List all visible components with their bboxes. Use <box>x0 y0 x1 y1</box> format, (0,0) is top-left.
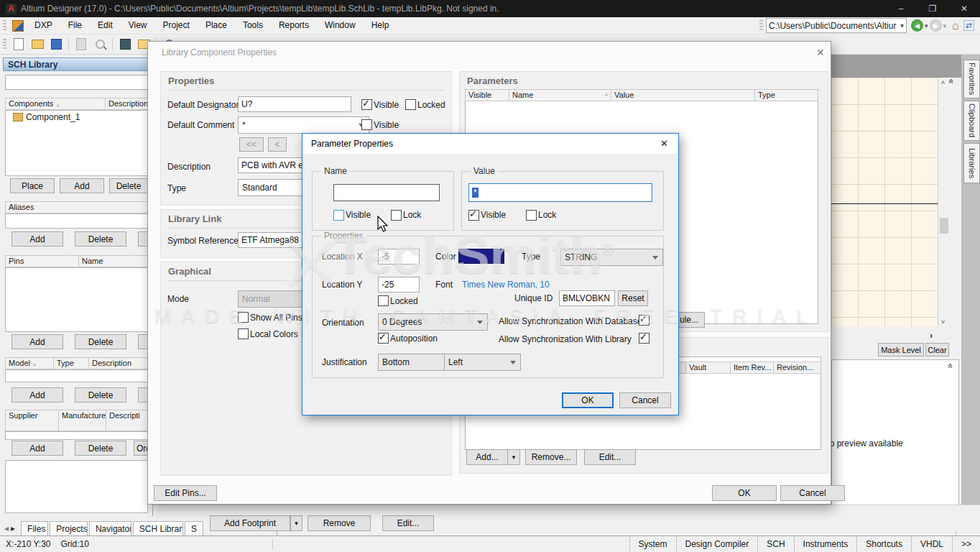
description-column-header[interactable]: Description <box>105 98 148 110</box>
minimize-button[interactable]: – <box>885 0 917 17</box>
orientation-select[interactable]: 0 Degrees <box>378 313 488 331</box>
dialog-cancel-button[interactable]: Cancel <box>780 485 845 501</box>
autoposition-checkbox[interactable] <box>378 333 389 344</box>
supplier-desc-column-header[interactable]: Descripti <box>106 410 148 431</box>
menu-edit[interactable]: Edit <box>90 17 121 34</box>
edit-pins-button[interactable]: Edit Pins... <box>154 485 217 501</box>
add-model-dialog-button[interactable]: Add... <box>466 449 508 465</box>
edit-footprint-button[interactable]: Edit... <box>382 515 434 531</box>
panel-header[interactable]: SCH Library <box>3 58 150 71</box>
dialog-close-icon[interactable]: ✕ <box>816 47 825 58</box>
add-footprint-button[interactable]: Add Footprint <box>210 515 290 531</box>
status-system[interactable]: System <box>629 536 676 552</box>
item-rev-column[interactable]: Item Rev... <box>730 362 774 374</box>
remove-footprint-button[interactable]: Remove <box>308 515 371 531</box>
delete-supplier-button[interactable]: Delete <box>75 441 126 456</box>
designator-visible-checkbox[interactable] <box>361 99 372 110</box>
forward-icon[interactable]: ▶ <box>930 19 942 32</box>
delete-component-button[interactable]: Delete <box>109 178 148 193</box>
local-colors-checkbox[interactable] <box>238 328 249 339</box>
comment-visible-checkbox[interactable] <box>361 119 372 130</box>
component-row[interactable]: Component_1 <box>6 111 147 123</box>
location-x-input[interactable] <box>378 249 420 264</box>
menu-window[interactable]: Window <box>317 17 364 34</box>
revision-column[interactable]: Revision... <box>773 362 821 374</box>
param-cancel-button[interactable]: Cancel <box>619 392 671 408</box>
scroll-right-icon[interactable]: › <box>930 331 933 341</box>
model-column-header[interactable]: Model▵ <box>5 357 54 369</box>
schematic-canvas[interactable] <box>831 78 938 327</box>
tab-projects[interactable]: Projects <box>50 521 88 535</box>
scroll-up-icon[interactable]: ˄ <box>941 79 945 86</box>
name-lock-checkbox[interactable] <box>391 210 402 221</box>
add-alias-button[interactable]: Add <box>11 231 63 247</box>
remove-model-dialog-button[interactable]: Remove... <box>525 449 577 465</box>
menu-view[interactable]: View <box>121 17 155 34</box>
model-desc-column-header[interactable]: Description <box>88 357 148 369</box>
default-designator-input[interactable] <box>238 96 351 112</box>
delete-model-button[interactable]: Delete <box>75 387 126 402</box>
delete-alias-button[interactable]: Delete <box>75 231 126 247</box>
add-pin-button[interactable]: Add <box>11 334 63 349</box>
maximize-button[interactable]: ❐ <box>917 0 948 17</box>
manufacturer-column-header[interactable]: Manufacture <box>58 410 106 431</box>
close-button[interactable]: ✕ <box>948 0 980 17</box>
add-supplier-button[interactable]: Add <box>11 441 63 456</box>
status-vhdl[interactable]: VHDL <box>911 536 952 552</box>
value-visible-checkbox[interactable] <box>468 210 479 221</box>
menu-dxp[interactable]: DXP <box>27 17 60 34</box>
menu-reports[interactable]: Reports <box>271 17 317 34</box>
clear-button[interactable]: Clear <box>925 343 949 356</box>
menu-tools[interactable]: Tools <box>235 17 271 34</box>
edit-pin-button[interactable] <box>138 334 148 349</box>
add-model-button[interactable]: Add <box>11 387 63 402</box>
scroll-down-icon[interactable]: ˅ <box>941 318 945 326</box>
designator-locked-checkbox[interactable] <box>405 99 416 110</box>
edit-model-dialog-button[interactable]: Edit... <box>584 449 636 465</box>
show-all-pins-checkbox[interactable] <box>238 312 249 323</box>
pin-name-column-header[interactable]: Name <box>78 255 148 267</box>
edit-model-button[interactable] <box>138 387 148 402</box>
dialog-ok-button[interactable]: OK <box>712 485 777 501</box>
tab-sch-partial[interactable]: S <box>185 521 203 535</box>
tabs-scroll-left-icon[interactable]: ◂ <box>4 523 9 533</box>
tab-favorites[interactable]: Favorites <box>963 60 980 98</box>
address-caret-icon[interactable]: ▾ <box>900 22 904 29</box>
new-document-icon[interactable] <box>11 37 27 52</box>
place-button[interactable]: Place <box>10 178 55 193</box>
status-shortcuts[interactable]: Shortcuts <box>856 536 911 552</box>
menu-place[interactable]: Place <box>198 17 235 34</box>
model-type-column-header[interactable]: Type <box>53 357 89 369</box>
scroll-thumb[interactable] <box>940 218 948 234</box>
address-combobox[interactable]: C:\Users\Public\Documents\Altiur ▾ <box>766 18 907 33</box>
unique-id-input[interactable] <box>559 290 615 306</box>
param-dialog-close-icon[interactable]: ✕ <box>660 138 668 149</box>
forward-caret-icon[interactable]: ▾ <box>943 22 947 29</box>
status-sch[interactable]: SCH <box>757 536 793 552</box>
font-link[interactable]: Times New Roman, 10 <box>462 280 550 290</box>
home-icon[interactable]: ⌂ <box>952 19 959 32</box>
sync-db-checkbox[interactable] <box>639 315 650 326</box>
component-filter-input[interactable] <box>5 75 148 90</box>
mask-level-button[interactable]: Mask Level <box>878 343 924 356</box>
param-value-column[interactable]: Value <box>611 89 755 101</box>
pins-column-header[interactable]: Pins <box>5 255 79 267</box>
status-design-compiler[interactable]: Design Compiler <box>676 536 758 552</box>
tabs-scroll-right-icon[interactable]: ▸ <box>11 523 15 533</box>
order-button[interactable]: Ord <box>134 441 148 456</box>
back-caret-icon[interactable]: ▾ <box>925 22 928 29</box>
param-value-input[interactable]: * <box>468 183 652 202</box>
back-icon[interactable]: ◀ <box>911 19 923 32</box>
save-icon[interactable] <box>48 37 64 52</box>
status-more[interactable]: >> <box>952 536 980 552</box>
tab-navigator[interactable]: Navigator <box>89 521 131 535</box>
param-name-input[interactable] <box>333 184 440 201</box>
add-footprint-caret[interactable]: ▾ <box>290 515 302 531</box>
add-model-caret[interactable]: ▾ <box>507 449 520 465</box>
collapse-up-icon[interactable]: « <box>946 364 956 369</box>
param-locked-checkbox[interactable] <box>378 295 389 306</box>
reset-button[interactable]: Reset <box>618 290 648 306</box>
canvas-vscrollbar[interactable]: ˄ ˅ <box>938 78 949 327</box>
param-name-column[interactable]: Name▵ <box>509 89 611 101</box>
tab-files[interactable]: Files <box>21 521 48 535</box>
